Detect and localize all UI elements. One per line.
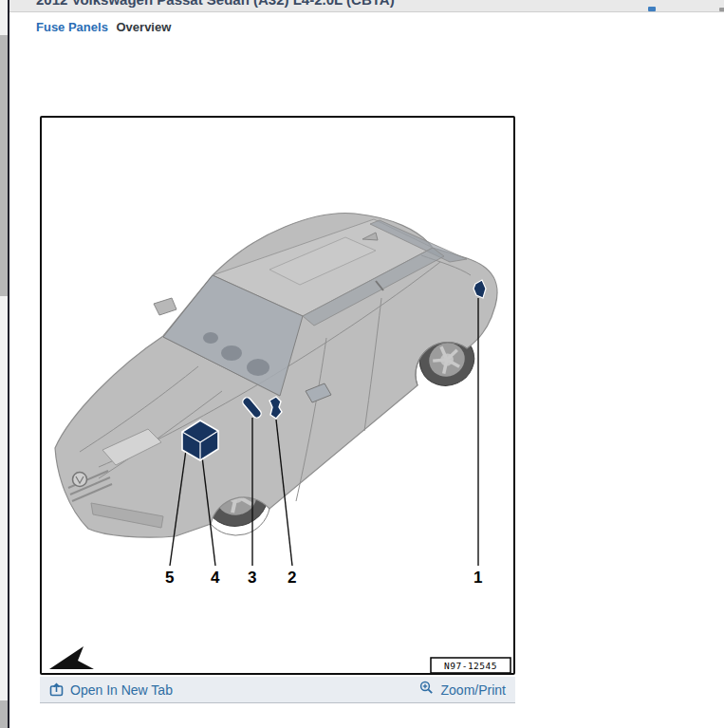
title-bar: 2012 Volkswagen Passat Sedan (A32) L4-2.… xyxy=(9,0,724,12)
left-mirror xyxy=(154,298,176,315)
callout-4: 4 xyxy=(211,569,220,587)
fuse-panel-location-figure: 5 4 3 2 1 N97-12545 Open In New Tab xyxy=(40,116,515,703)
menu-icon[interactable] xyxy=(719,8,724,11)
zoom-in-icon xyxy=(419,681,434,695)
car-diagram: 5 4 3 2 1 N97-12545 xyxy=(42,118,513,673)
drawing-number: N97-12545 xyxy=(444,661,497,671)
figure-action-bar: Open In New Tab Zoom/Print xyxy=(40,677,515,703)
vehicle-title: 2012 Volkswagen Passat Sedan (A32) L4-2.… xyxy=(9,0,724,8)
breadcrumb-current-overview: Overview xyxy=(117,20,172,34)
callout-3: 3 xyxy=(248,569,256,587)
callout-1: 1 xyxy=(473,569,482,587)
open-in-new-tab-icon xyxy=(49,682,64,697)
zoom-print-label: Zoom/Print xyxy=(441,682,506,698)
callout-numbers: 5 4 3 2 1 xyxy=(165,569,482,587)
panel-border xyxy=(8,0,9,728)
left-scrollbar-track[interactable] xyxy=(0,0,8,728)
callout-5: 5 xyxy=(165,569,174,587)
diagram-frame: 5 4 3 2 1 N97-12545 xyxy=(40,116,515,675)
bookmark-icon[interactable] xyxy=(648,7,656,11)
breadcrumb: Fuse Panels Overview xyxy=(9,12,724,34)
zoom-print-button[interactable]: Zoom/Print xyxy=(419,682,506,698)
vw-badge xyxy=(73,473,87,487)
left-scrollbar-thumb[interactable] xyxy=(0,35,8,296)
direction-arrow-icon xyxy=(49,646,94,669)
left-scrollbar-bottom-segment xyxy=(0,700,8,728)
page: { "window": { "title_bar_text": "2012 Vo… xyxy=(0,0,724,728)
open-in-new-tab-label: Open In New Tab xyxy=(70,682,173,698)
drawing-number-box: N97-12545 xyxy=(431,658,511,673)
callout-2: 2 xyxy=(288,569,296,587)
open-in-new-tab-button[interactable]: Open In New Tab xyxy=(49,682,173,698)
breadcrumb-link-fuse-panels[interactable]: Fuse Panels xyxy=(36,20,108,34)
